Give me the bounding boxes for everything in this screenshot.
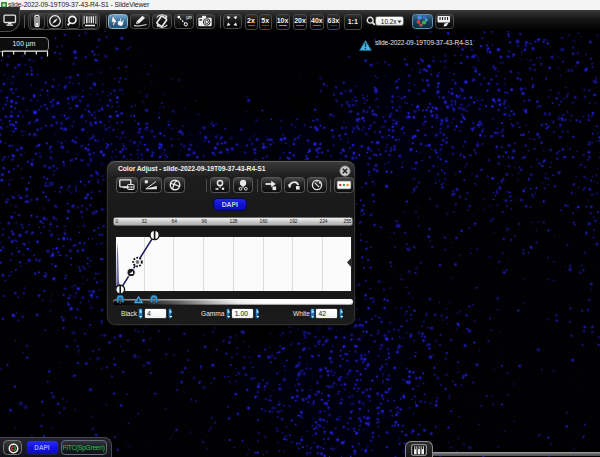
svg-text:µm: µm (186, 15, 192, 20)
